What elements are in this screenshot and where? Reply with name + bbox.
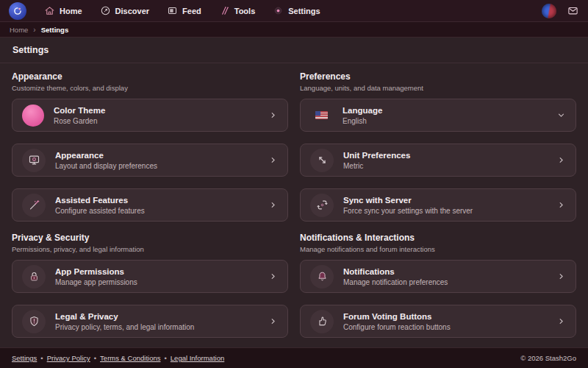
card-title: Language (343, 106, 382, 115)
footer-link-privacy-policy[interactable]: Privacy Policy (47, 354, 90, 362)
breadcrumb-current: Settings (41, 26, 68, 34)
icon-chip (22, 194, 46, 217)
chevron-right-icon (556, 155, 566, 165)
card-title: Assisted Features (55, 196, 145, 205)
nav-item-tools[interactable]: Tools (219, 5, 256, 16)
chevron-right-icon (268, 272, 278, 281)
card-unit-preferences[interactable]: Unit Preferences Metric (300, 144, 576, 177)
card-subtitle: English (343, 118, 382, 125)
thumbs-up-icon (316, 315, 329, 328)
nav-item-settings[interactable]: Settings (273, 5, 320, 16)
card-title: Legal & Privacy (55, 312, 194, 321)
icon-chip (310, 265, 334, 289)
home-icon (44, 5, 55, 16)
nav-label-tools: Tools (234, 7, 256, 15)
nav-item-home[interactable]: Home (44, 5, 82, 16)
footer-copyright: © 2026 Stash2Go (520, 354, 576, 362)
card-subtitle: Configure forum reaction buttons (343, 324, 451, 331)
nav-item-discover[interactable]: Discover (100, 5, 149, 16)
settings-icon (273, 5, 284, 16)
column-left: Appearance Customize theme, colors, and … (12, 72, 288, 347)
user-avatar[interactable] (542, 4, 556, 18)
section-subtitle-privacy: Permissions, privacy, and legal informat… (12, 245, 288, 253)
card-text: Sync with Server Force sync your setting… (343, 196, 473, 215)
card-subtitle: Manage app permissions (55, 279, 137, 286)
card-notifications[interactable]: Notifications Manage notification prefer… (300, 260, 576, 293)
card-language[interactable]: Language English (300, 99, 576, 132)
color-theme-swatch-icon (22, 105, 44, 127)
column-right: Preferences Language, units, and data ma… (300, 72, 576, 347)
breadcrumb-home[interactable]: Home (10, 26, 28, 34)
sync-icon (316, 199, 329, 211)
section-title-appearance: Appearance (12, 72, 288, 82)
footer-link-legal[interactable]: Legal Information (171, 354, 224, 362)
chevron-right-icon (556, 316, 566, 326)
footer-separator: • (94, 354, 96, 362)
flag-canton (315, 111, 320, 116)
bell-icon (316, 270, 329, 283)
card-subtitle: Rose Garden (54, 118, 105, 125)
diagonal-arrows-icon (316, 154, 329, 166)
card-sync-server[interactable]: Sync with Server Force sync your setting… (300, 188, 576, 222)
footer-separator: • (164, 354, 166, 362)
footer-link-terms[interactable]: Terms & Conditions (100, 354, 160, 362)
card-text: Language English (343, 106, 382, 125)
card-title: Forum Voting Buttons (343, 312, 451, 321)
breadcrumb: Home › Settings (0, 22, 588, 38)
card-title: Notifications (343, 267, 448, 276)
chevron-right-icon (556, 272, 566, 281)
card-text: Unit Preferences Metric (343, 151, 410, 170)
card-text: App Permissions Manage app permissions (55, 267, 137, 286)
chevron-right-icon (268, 316, 278, 326)
card-assisted-features[interactable]: Assisted Features Configure assisted fea… (12, 188, 288, 222)
card-forum-voting[interactable]: Forum Voting Buttons Configure forum rea… (300, 305, 576, 338)
settings-grid: Appearance Customize theme, colors, and … (0, 63, 588, 347)
card-subtitle: Manage notification preferences (343, 279, 448, 286)
nav-item-feed[interactable]: Feed (167, 5, 201, 16)
icon-chip (310, 310, 334, 333)
card-text: Forum Voting Buttons Configure forum rea… (343, 312, 451, 331)
feed-icon (167, 5, 178, 16)
card-title: App Permissions (55, 267, 137, 276)
section-title-preferences: Preferences (300, 72, 576, 82)
section-subtitle-preferences: Language, units, and data management (300, 84, 576, 92)
card-app-permissions[interactable]: App Permissions Manage app permissions (12, 260, 288, 293)
card-subtitle: Privacy policy, terms, and legal informa… (55, 324, 194, 331)
footer: Settings • Privacy Policy • Terms & Cond… (0, 347, 588, 368)
footer-link-settings[interactable]: Settings (12, 354, 37, 362)
card-subtitle: Metric (343, 163, 410, 170)
card-subtitle: Force sync your settings with the server (343, 208, 473, 215)
chevron-right-icon (268, 200, 278, 210)
discover-icon (100, 5, 111, 16)
nav-label-feed: Feed (182, 7, 201, 15)
card-appearance[interactable]: Appearance Layout and display preference… (12, 144, 288, 177)
card-text: Appearance Layout and display preference… (55, 151, 157, 170)
magic-wand-icon (28, 199, 40, 211)
page-title: Settings (12, 45, 49, 55)
card-text: Color Theme Rose Garden (54, 106, 105, 125)
lock-icon (28, 270, 40, 283)
icon-chip (310, 194, 334, 217)
nav-label-discover: Discover (115, 7, 149, 15)
chevron-right-icon (268, 110, 278, 120)
card-text: Assisted Features Configure assisted fea… (55, 196, 145, 215)
display-icon (28, 154, 40, 166)
card-text: Notifications Manage notification prefer… (343, 267, 448, 286)
icon-chip (22, 149, 46, 172)
chevron-down-icon (556, 110, 566, 120)
app-logo[interactable] (9, 2, 26, 20)
section-subtitle-notifications: Manage notifications and forum interacti… (300, 245, 576, 253)
mail-icon[interactable] (567, 5, 579, 16)
chevron-right-icon (556, 200, 566, 210)
tools-icon (219, 5, 230, 16)
card-title: Appearance (55, 151, 157, 160)
card-color-theme[interactable]: Color Theme Rose Garden (12, 99, 288, 132)
card-title: Sync with Server (343, 196, 473, 205)
card-legal-privacy[interactable]: Legal & Privacy Privacy policy, terms, a… (12, 305, 288, 338)
icon-chip (22, 310, 46, 333)
nav-label-home: Home (60, 7, 82, 15)
card-text: Legal & Privacy Privacy policy, terms, a… (55, 312, 194, 331)
section-subtitle-appearance: Customize theme, colors, and display (12, 84, 288, 92)
us-flag-icon (315, 111, 328, 119)
page-title-bar: Settings (0, 38, 588, 63)
